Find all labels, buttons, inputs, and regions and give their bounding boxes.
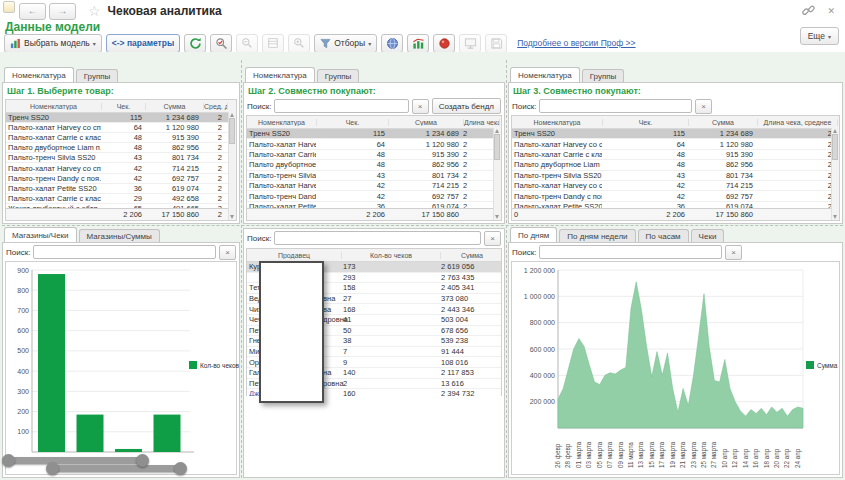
redaction-dot: [2, 454, 15, 467]
record-button[interactable]: [433, 34, 455, 53]
tab-groups[interactable]: Группы: [317, 69, 360, 82]
svg-text:1 200 000: 1 200 000: [524, 267, 555, 274]
table-row[interactable]: Пальто-тренч Dandy с …42692 7572: [247, 191, 501, 201]
clear-search-button[interactable]: ×: [412, 99, 429, 114]
tab-groups[interactable]: Группы: [582, 69, 625, 82]
table-row[interactable]: Пальто-халат Carrie с клас…48915 3902: [6, 133, 236, 143]
tab-by-days[interactable]: По дням: [510, 227, 557, 242]
search-input[interactable]: [539, 245, 722, 259]
globe-button[interactable]: [381, 34, 403, 53]
table-row[interactable]: Пальто-халат Harvey со сп…42714 2152: [6, 163, 236, 173]
search-input[interactable]: [539, 99, 692, 113]
table-cell: Пальто-тренч Dandy с поясом …: [512, 192, 602, 201]
column-header[interactable]: Сумма: [389, 119, 464, 126]
vertical-scrollbar[interactable]: [831, 128, 839, 220]
column-header[interactable]: Сумма: [689, 119, 758, 126]
column-header[interactable]: Чек.: [102, 103, 146, 110]
table-row[interactable]: Пальто-тренч Dandy с поя…42692 7572: [6, 174, 236, 184]
table-row[interactable]: Пальто-халат Harvey с…42714 2152: [247, 181, 501, 191]
create-bundle-button[interactable]: Создать бендл: [432, 98, 501, 114]
column-header[interactable]: Номенклатура: [247, 119, 317, 126]
refresh-button[interactable]: [184, 34, 206, 53]
table-row[interactable]: Пальто-тренч Silvia SS2043801 7342: [247, 171, 501, 181]
table-row[interactable]: Пальто-халат Harvey со спуще…641 120 980…: [512, 139, 839, 149]
table-cell: 48: [101, 133, 144, 142]
data-check-button[interactable]: [210, 34, 232, 53]
vertical-scrollbar[interactable]: [228, 112, 236, 220]
checks-cell: 168: [341, 305, 439, 314]
table-row[interactable]: Пальто-халат Carrie с к…48915 3902: [247, 150, 501, 160]
table-row[interactable]: Тренч SS201151 234 6892: [247, 129, 501, 139]
table-row[interactable]: Пальто двубортное Liam прям…48862 9562: [512, 160, 839, 170]
parameters-button[interactable]: <-> параметры: [106, 34, 180, 53]
table-row[interactable]: Пальто-халат Carrie с классич…48915 3902: [512, 150, 839, 160]
search-input[interactable]: [33, 245, 216, 259]
column-header[interactable]: Номенклатура: [512, 119, 603, 126]
forward-button[interactable]: →: [49, 3, 76, 20]
column-header[interactable]: Сред. длина чек: [204, 103, 228, 110]
column-header[interactable]: Сумма: [441, 252, 502, 259]
redaction-dot: [136, 454, 149, 467]
vertical-splitter[interactable]: [241, 60, 242, 478]
link-icon[interactable]: [802, 4, 815, 17]
svg-text:200 000: 200 000: [530, 398, 555, 405]
tab-nomenclature[interactable]: Номенклатура: [4, 67, 74, 82]
seller-name-suffix: на: [323, 368, 331, 378]
favorite-star-icon[interactable]: ☆: [88, 3, 101, 19]
footer-cell: 17 150 860: [144, 210, 201, 219]
tab-nomenclature[interactable]: Номенклатура: [510, 67, 580, 82]
close-icon[interactable]: ✕: [827, 6, 835, 16]
column-header[interactable]: Номенклатура: [6, 103, 102, 110]
clear-search-button[interactable]: ×: [484, 231, 501, 246]
table-row[interactable]: Тренч SS201151 234 6892: [512, 129, 839, 139]
model-chart-icon: [10, 38, 21, 49]
search-input[interactable]: [274, 99, 408, 113]
column-header[interactable]: Кол-во чеков: [342, 252, 441, 259]
table-row[interactable]: Пальто-халат Harvey со спуще…42714 2152: [512, 181, 839, 191]
tab-nomenclature[interactable]: Номенклатура: [245, 67, 315, 82]
clear-search-button[interactable]: ×: [695, 99, 712, 114]
svg-text:600: 600: [17, 327, 29, 334]
table-row[interactable]: Тренч SS201151 234 6892: [6, 113, 236, 123]
tab-groups[interactable]: Группы: [76, 69, 119, 82]
clear-search-button[interactable]: ×: [725, 245, 742, 260]
tab-shops-checks[interactable]: Магазины/Чеки: [4, 227, 77, 242]
horizontal-splitter[interactable]: [2, 225, 843, 226]
tab-by-weekdays[interactable]: По дням недели: [559, 229, 635, 242]
column-header[interactable]: Сумма: [146, 103, 204, 110]
tab-checks[interactable]: Чеки: [691, 229, 725, 242]
search-input[interactable]: [274, 231, 481, 245]
column-header[interactable]: Продавец: [247, 252, 342, 259]
filters-button[interactable]: Отборы ▾: [314, 34, 377, 53]
table-row[interactable]: Пальто-тренч Silvia SS2043801 7342: [6, 153, 236, 163]
chart-report-button[interactable]: [407, 34, 429, 53]
tab-by-hours[interactable]: По часам: [638, 229, 689, 242]
redaction-box: [259, 261, 324, 403]
column-header[interactable]: Длина чека, среднее: [464, 119, 500, 126]
clear-search-button[interactable]: ×: [219, 245, 236, 260]
page-title: Данные модели: [5, 20, 100, 34]
tab-shops-sums[interactable]: Магазины/Суммы: [79, 229, 160, 242]
table-row[interactable]: Пальто двубортное Lia…48862 9562: [247, 160, 501, 170]
select-model-button[interactable]: Выбрать модель ▾: [4, 34, 102, 53]
table-row[interactable]: Пальто двубортное Liam п…48862 9562: [6, 143, 236, 153]
table-row[interactable]: Пальто-халат Harvey со сп…641 120 9802: [6, 123, 236, 133]
vertical-scrollbar[interactable]: [493, 128, 501, 220]
column-header[interactable]: Длина чека, среднее: [758, 119, 838, 126]
table-cell: 36: [101, 184, 144, 193]
table-cell: 115: [316, 129, 387, 138]
column-header[interactable]: Чек.: [317, 119, 389, 126]
more-button[interactable]: Еще▾: [800, 27, 839, 45]
table-row[interactable]: Пальто-тренч Dandy с поясом …42692 7572: [512, 191, 839, 201]
table-row[interactable]: Пальто-тренч Silvia SS2043801 7342: [512, 171, 839, 181]
back-button[interactable]: ←: [19, 3, 46, 20]
table-cell: Тренч SS20: [6, 113, 101, 122]
table-cell: 48: [316, 160, 387, 169]
table-cell: 1 234 689: [687, 129, 755, 138]
vertical-splitter[interactable]: [506, 60, 507, 478]
version-info-link[interactable]: Подробнее о версии Проф >>: [517, 38, 635, 48]
table-row[interactable]: Пальто-халат Carrie с клас…29492 6582: [6, 194, 236, 204]
table-row[interactable]: Пальто-халат Petite SS2036619 0742: [6, 184, 236, 194]
column-header[interactable]: Чек.: [603, 119, 689, 126]
table-row[interactable]: Пальто-халат Harvey с…641 120 9802: [247, 139, 501, 149]
